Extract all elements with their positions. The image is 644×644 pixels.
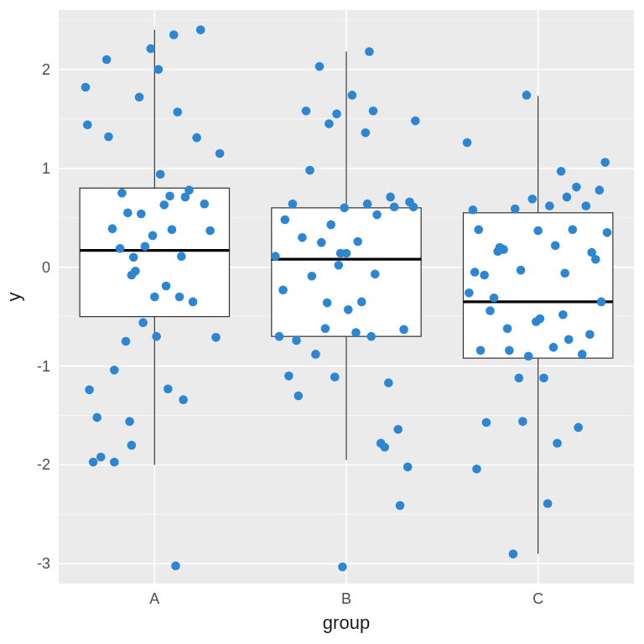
jitter-point xyxy=(116,244,125,253)
jitter-point xyxy=(574,423,583,432)
jitter-point xyxy=(524,351,533,361)
y-tick-label: -2 xyxy=(37,456,50,473)
jitter-point xyxy=(470,267,480,277)
jitter-point xyxy=(154,65,164,74)
jitter-point xyxy=(515,373,524,382)
jitter-point xyxy=(164,384,173,393)
x-tick-label: B xyxy=(341,590,351,607)
boxplot-jitter-chart: -3-2-1012ABCgroupy xyxy=(0,0,644,644)
jitter-point xyxy=(117,189,127,198)
jitter-point xyxy=(177,252,186,261)
jitter-point xyxy=(553,439,562,448)
jitter-point xyxy=(110,366,119,375)
jitter-point xyxy=(146,44,155,54)
y-axis-label: y xyxy=(3,293,24,302)
jitter-point xyxy=(340,204,349,213)
jitter-point xyxy=(325,119,334,128)
jitter-point xyxy=(476,345,486,355)
jitter-point xyxy=(323,299,332,308)
jitter-point xyxy=(463,138,472,148)
jitter-point xyxy=(104,132,113,142)
jitter-point xyxy=(294,392,304,401)
jitter-point xyxy=(108,224,117,233)
jitter-point xyxy=(595,185,605,195)
jitter-point xyxy=(390,202,399,211)
jitter-point xyxy=(168,226,177,235)
jitter-point xyxy=(366,332,376,341)
jitter-point xyxy=(275,332,284,341)
jitter-point xyxy=(518,417,527,426)
jitter-point xyxy=(271,252,280,261)
jitter-point xyxy=(150,293,159,302)
jitter-point xyxy=(509,549,518,558)
jitter-point xyxy=(317,238,326,247)
jitter-point xyxy=(499,245,508,254)
jitter-point xyxy=(315,62,325,71)
jitter-point xyxy=(371,270,380,279)
jitter-point xyxy=(138,318,148,327)
jitter-point xyxy=(572,183,581,192)
jitter-point xyxy=(409,202,418,211)
jitter-point xyxy=(528,195,538,204)
jitter-point xyxy=(173,107,182,117)
jitter-point xyxy=(288,200,298,209)
jitter-point xyxy=(348,91,357,100)
jitter-point xyxy=(357,298,366,307)
jitter-point xyxy=(200,200,209,209)
jitter-point xyxy=(482,418,491,427)
jitter-point xyxy=(137,210,146,219)
jitter-point xyxy=(582,201,591,210)
jitter-point xyxy=(351,328,361,337)
y-tick-label: -3 xyxy=(37,555,50,572)
chart-svg: -3-2-1012ABCgroupy xyxy=(0,0,644,644)
jitter-point xyxy=(363,200,372,209)
jitter-point xyxy=(205,226,215,236)
jitter-point xyxy=(96,453,106,462)
jitter-point xyxy=(560,268,569,278)
jitter-point xyxy=(558,310,568,319)
jitter-point xyxy=(365,47,374,56)
jitter-point xyxy=(85,386,94,395)
jitter-point xyxy=(474,226,483,235)
jitter-point xyxy=(189,298,198,307)
jitter-point xyxy=(305,166,314,175)
jitter-point xyxy=(298,233,307,242)
jitter-point xyxy=(597,298,606,307)
jitter-point xyxy=(125,417,134,426)
jitter-point xyxy=(380,443,389,452)
jitter-point xyxy=(165,191,174,200)
jitter-point xyxy=(603,228,612,237)
jitter-point xyxy=(321,324,330,333)
jitter-point xyxy=(152,332,161,341)
jitter-point xyxy=(281,216,290,225)
jitter-point xyxy=(539,373,548,382)
jitter-point xyxy=(344,305,353,314)
jitter-point xyxy=(159,200,169,210)
jitter-point xyxy=(135,92,144,101)
jitter-point xyxy=(284,371,293,381)
jitter-point xyxy=(92,413,101,423)
y-tick-label: 2 xyxy=(42,61,50,78)
jitter-point xyxy=(536,314,545,324)
jitter-point xyxy=(569,226,578,235)
jitter-point xyxy=(81,83,91,92)
y-tick-label: 1 xyxy=(42,160,50,177)
jitter-point xyxy=(196,25,205,34)
jitter-point xyxy=(396,501,405,511)
jitter-point xyxy=(480,271,489,280)
jitter-point xyxy=(192,133,201,143)
jitter-point xyxy=(129,253,138,262)
jitter-point xyxy=(330,372,340,382)
jitter-point xyxy=(411,117,420,126)
jitter-point xyxy=(332,110,341,119)
jitter-point xyxy=(127,441,137,450)
jitter-point xyxy=(486,306,495,315)
jitter-point xyxy=(549,343,558,352)
jitter-point xyxy=(308,272,317,281)
jitter-point xyxy=(148,231,158,241)
jitter-point xyxy=(403,463,413,472)
jitter-point xyxy=(83,121,92,130)
jitter-point xyxy=(469,205,478,215)
jitter-point xyxy=(184,185,194,195)
jitter-point xyxy=(338,563,347,572)
